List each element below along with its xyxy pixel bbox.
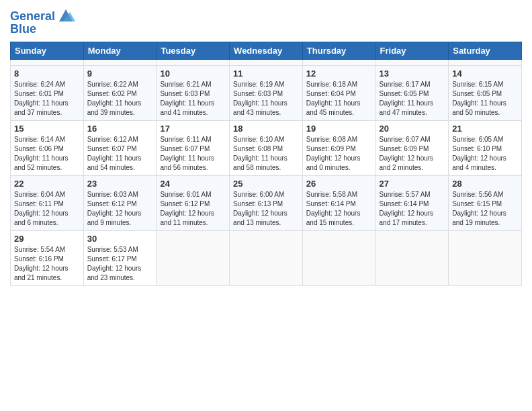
day-info: Sunrise: 6:17 AMSunset: 6:05 PMDaylight:… [380,80,445,118]
empty-cell [375,230,449,285]
day-cell-20: 20Sunrise: 6:07 AMSunset: 6:09 PMDayligh… [375,120,449,175]
day-number: 14 [452,68,518,79]
day-info: Sunrise: 6:00 AMSunset: 6:13 PMDaylight:… [233,190,299,228]
day-number: 26 [306,179,372,189]
day-info: Sunrise: 6:08 AMSunset: 6:09 PMDaylight:… [306,135,372,173]
empty-cell [157,230,230,285]
day-cell-12: 12Sunrise: 6:18 AMSunset: 6:04 PMDayligh… [302,65,375,120]
day-cell-25: 25Sunrise: 6:00 AMSunset: 6:13 PMDayligh… [230,175,303,230]
day-cell-13: 13Sunrise: 6:17 AMSunset: 6:05 PMDayligh… [375,65,449,120]
day-cell-14: 14Sunrise: 6:15 AMSunset: 6:05 PMDayligh… [449,65,522,120]
calendar-week-row [11,59,522,65]
logo-text-line2: Blue [10,23,75,36]
day-info: Sunrise: 6:07 AMSunset: 6:09 PMDaylight:… [380,135,445,173]
day-number: 21 [452,124,518,134]
day-info: Sunrise: 6:14 AMSunset: 6:06 PMDaylight:… [14,135,80,173]
empty-cell [302,59,375,65]
calendar-table: SundayMondayTuesdayWednesdayThursdayFrid… [10,42,522,286]
header: General Blue [10,7,522,36]
day-info: Sunrise: 5:56 AMSunset: 6:15 PMDaylight:… [452,190,518,228]
day-info: Sunrise: 6:12 AMSunset: 6:07 PMDaylight:… [87,135,153,173]
empty-cell [157,59,230,65]
day-number: 16 [87,124,153,134]
empty-cell [83,59,157,65]
day-header-monday: Monday [83,42,157,59]
empty-cell [449,59,522,65]
day-cell-24: 24Sunrise: 6:01 AMSunset: 6:12 PMDayligh… [157,175,230,230]
day-info: Sunrise: 5:53 AMSunset: 6:17 PMDaylight:… [87,245,153,283]
day-number: 28 [452,179,518,189]
day-cell-30: 30Sunrise: 5:53 AMSunset: 6:17 PMDayligh… [83,230,157,285]
day-header-wednesday: Wednesday [230,42,303,59]
day-cell-21: 21Sunrise: 6:05 AMSunset: 6:10 PMDayligh… [449,120,522,175]
day-cell-8: 8Sunrise: 6:24 AMSunset: 6:01 PMDaylight… [11,65,84,120]
calendar-page: General Blue SundayMondayTuesdayWednesda… [0,0,532,411]
day-info: Sunrise: 6:11 AMSunset: 6:07 PMDaylight:… [160,135,226,173]
day-number: 23 [87,179,153,189]
day-info: Sunrise: 6:24 AMSunset: 6:01 PMDaylight:… [14,80,80,118]
day-info: Sunrise: 6:03 AMSunset: 6:12 PMDaylight:… [87,190,153,228]
day-info: Sunrise: 5:58 AMSunset: 6:14 PMDaylight:… [306,190,372,228]
day-info: Sunrise: 6:01 AMSunset: 6:12 PMDaylight:… [160,190,226,228]
day-cell-19: 19Sunrise: 6:08 AMSunset: 6:09 PMDayligh… [302,120,375,175]
day-number: 27 [380,179,445,189]
day-number: 15 [14,124,80,134]
day-cell-29: 29Sunrise: 5:54 AMSunset: 6:16 PMDayligh… [11,230,84,285]
day-cell-26: 26Sunrise: 5:58 AMSunset: 6:14 PMDayligh… [302,175,375,230]
day-info: Sunrise: 6:04 AMSunset: 6:11 PMDaylight:… [14,190,80,228]
day-cell-16: 16Sunrise: 6:12 AMSunset: 6:07 PMDayligh… [83,120,157,175]
day-number: 8 [14,68,80,79]
day-number: 17 [160,124,226,134]
day-info: Sunrise: 6:15 AMSunset: 6:05 PMDaylight:… [452,80,518,118]
logo-text-line1: General [10,10,55,24]
logo-icon [56,8,75,23]
day-cell-11: 11Sunrise: 6:19 AMSunset: 6:03 PMDayligh… [230,65,303,120]
logo: General Blue [10,9,75,36]
day-number: 20 [380,124,445,134]
day-header-thursday: Thursday [302,42,375,59]
calendar-week-row: 15Sunrise: 6:14 AMSunset: 6:06 PMDayligh… [11,120,522,175]
day-number: 22 [14,179,80,189]
calendar-week-row: 22Sunrise: 6:04 AMSunset: 6:11 PMDayligh… [11,175,522,230]
calendar-week-row: 8Sunrise: 6:24 AMSunset: 6:01 PMDaylight… [11,65,522,120]
day-number: 11 [233,68,299,79]
day-info: Sunrise: 6:19 AMSunset: 6:03 PMDaylight:… [233,80,299,118]
day-cell-27: 27Sunrise: 5:57 AMSunset: 6:14 PMDayligh… [375,175,449,230]
calendar-week-row: 29Sunrise: 5:54 AMSunset: 6:16 PMDayligh… [11,230,522,285]
day-number: 30 [87,234,153,244]
day-info: Sunrise: 5:57 AMSunset: 6:14 PMDaylight:… [380,190,445,228]
day-header-sunday: Sunday [11,42,84,59]
day-number: 10 [160,68,226,79]
day-number: 13 [380,68,445,79]
empty-cell [375,59,449,65]
day-number: 12 [306,68,372,79]
day-info: Sunrise: 6:05 AMSunset: 6:10 PMDaylight:… [452,135,518,173]
day-info: Sunrise: 5:54 AMSunset: 6:16 PMDaylight:… [14,245,80,283]
day-info: Sunrise: 6:22 AMSunset: 6:02 PMDaylight:… [87,80,153,118]
day-header-saturday: Saturday [449,42,522,59]
day-cell-23: 23Sunrise: 6:03 AMSunset: 6:12 PMDayligh… [83,175,157,230]
day-info: Sunrise: 6:21 AMSunset: 6:03 PMDaylight:… [160,80,226,118]
day-number: 25 [233,179,299,189]
day-header-friday: Friday [375,42,449,59]
empty-cell [449,230,522,285]
day-cell-9: 9Sunrise: 6:22 AMSunset: 6:02 PMDaylight… [83,65,157,120]
day-cell-15: 15Sunrise: 6:14 AMSunset: 6:06 PMDayligh… [11,120,84,175]
day-info: Sunrise: 6:10 AMSunset: 6:08 PMDaylight:… [233,135,299,173]
empty-cell [11,59,84,65]
day-cell-28: 28Sunrise: 5:56 AMSunset: 6:15 PMDayligh… [449,175,522,230]
empty-cell [230,230,303,285]
calendar-header-row: SundayMondayTuesdayWednesdayThursdayFrid… [11,42,522,59]
day-cell-22: 22Sunrise: 6:04 AMSunset: 6:11 PMDayligh… [11,175,84,230]
day-number: 9 [87,68,153,79]
day-info: Sunrise: 6:18 AMSunset: 6:04 PMDaylight:… [306,80,372,118]
day-number: 18 [233,124,299,134]
empty-cell [302,230,375,285]
day-cell-18: 18Sunrise: 6:10 AMSunset: 6:08 PMDayligh… [230,120,303,175]
day-number: 24 [160,179,226,189]
day-number: 29 [14,234,80,244]
day-cell-10: 10Sunrise: 6:21 AMSunset: 6:03 PMDayligh… [157,65,230,120]
day-cell-17: 17Sunrise: 6:11 AMSunset: 6:07 PMDayligh… [157,120,230,175]
day-number: 19 [306,124,372,134]
empty-cell [230,59,303,65]
